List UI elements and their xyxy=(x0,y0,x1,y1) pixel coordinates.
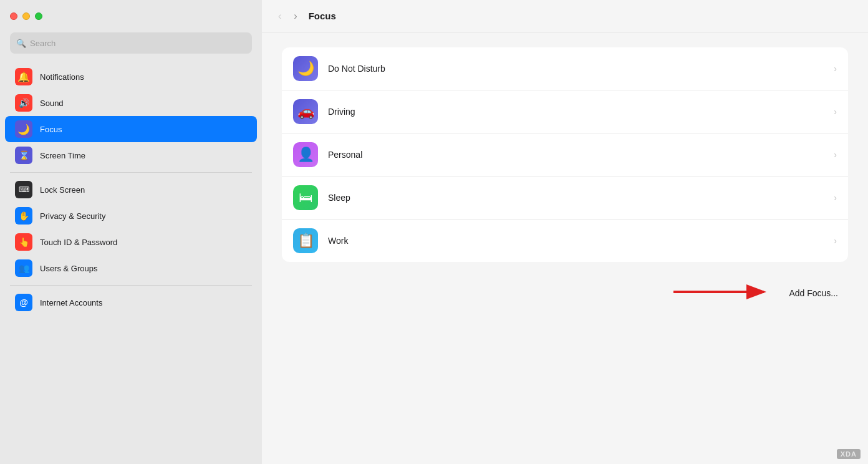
sidebar-item-label: Users & Groups xyxy=(40,264,97,273)
search-bar[interactable]: 🔍 Search xyxy=(10,32,252,54)
internet-icon: @ xyxy=(15,294,32,311)
close-button[interactable] xyxy=(10,12,17,20)
focus-list: 🌙 Do Not Disturb › 🚗 Driving › 👤 Persona… xyxy=(282,47,848,262)
driving-icon: 🚗 xyxy=(293,99,318,124)
focus-item-dnd[interactable]: 🌙 Do Not Disturb › xyxy=(282,47,848,90)
screentime-icon: ⌛ xyxy=(15,147,32,164)
sleep-label: Sleep xyxy=(328,193,824,203)
personal-chevron: › xyxy=(834,150,837,160)
work-icon: 📋 xyxy=(293,228,318,253)
focus-item-driving[interactable]: 🚗 Driving › xyxy=(282,90,848,133)
sleep-chevron: › xyxy=(834,193,837,203)
dnd-icon: 🌙 xyxy=(293,56,318,81)
watermark: XDA xyxy=(837,449,861,459)
search-icon: 🔍 xyxy=(16,39,26,48)
sidebar: 🔍 Search 🔔 Notifications 🔊 Sound 🌙 Focus… xyxy=(0,0,262,464)
search-placeholder: Search xyxy=(30,39,55,48)
sidebar-list: 🔔 Notifications 🔊 Sound 🌙 Focus ⌛ Screen… xyxy=(0,61,262,464)
main-panel: ‹ › Focus 🌙 Do Not Disturb › 🚗 Driving ›… xyxy=(262,0,868,464)
sidebar-item-privacy[interactable]: ✋ Privacy & Security xyxy=(5,203,257,229)
page-title: Focus xyxy=(309,11,336,21)
notifications-icon: 🔔 xyxy=(15,68,32,85)
sidebar-item-sound[interactable]: 🔊 Sound xyxy=(5,90,257,116)
personal-icon: 👤 xyxy=(293,142,318,167)
sidebar-item-touchid[interactable]: 👆 Touch ID & Password xyxy=(5,229,257,255)
sidebar-item-label: Notifications xyxy=(40,72,84,82)
add-focus-row: Add Focus... xyxy=(282,272,848,304)
driving-label: Driving xyxy=(328,107,824,117)
separator-2 xyxy=(10,285,252,286)
sidebar-item-label: Sound xyxy=(40,99,64,108)
dnd-chevron: › xyxy=(834,64,837,74)
lockscreen-icon: ⌨ xyxy=(15,181,32,198)
sidebar-item-notifications[interactable]: 🔔 Notifications xyxy=(5,64,257,90)
focus-item-work[interactable]: 📋 Work › xyxy=(282,220,848,262)
back-button[interactable]: ‹ xyxy=(274,9,285,23)
sidebar-item-focus[interactable]: 🌙 Focus xyxy=(5,116,257,142)
privacy-icon: ✋ xyxy=(15,207,32,225)
sidebar-item-label: Lock Screen xyxy=(40,185,85,195)
dnd-label: Do Not Disturb xyxy=(328,64,824,74)
arrow-annotation xyxy=(661,277,773,307)
driving-chevron: › xyxy=(834,107,837,117)
work-label: Work xyxy=(328,236,824,246)
sidebar-item-label: Internet Accounts xyxy=(40,298,102,307)
main-header: ‹ › Focus xyxy=(262,0,868,32)
forward-button[interactable]: › xyxy=(290,9,301,23)
sidebar-item-users[interactable]: 👥 Users & Groups xyxy=(5,255,257,281)
sidebar-item-internet[interactable]: @ Internet Accounts xyxy=(5,289,257,316)
titlebar xyxy=(0,0,262,32)
sidebar-item-label: Screen Time xyxy=(40,151,85,160)
focus-icon: 🌙 xyxy=(15,120,32,138)
minimize-button[interactable] xyxy=(22,12,30,20)
touchid-icon: 👆 xyxy=(15,233,32,251)
separator xyxy=(10,172,252,173)
maximize-button[interactable] xyxy=(35,12,42,20)
sidebar-item-screentime[interactable]: ⌛ Screen Time xyxy=(5,142,257,168)
main-content-area: ‹ › Focus 🌙 Do Not Disturb › 🚗 Driving ›… xyxy=(262,0,868,464)
sidebar-item-label: Focus xyxy=(40,125,62,134)
work-chevron: › xyxy=(834,236,837,246)
sidebar-item-lockscreen[interactable]: ⌨ Lock Screen xyxy=(5,176,257,203)
focus-content: 🌙 Do Not Disturb › 🚗 Driving › 👤 Persona… xyxy=(262,32,868,464)
focus-item-personal[interactable]: 👤 Personal › xyxy=(282,133,848,176)
sleep-icon: 🛏 xyxy=(293,185,318,210)
sound-icon: 🔊 xyxy=(15,94,32,112)
sidebar-item-label: Touch ID & Password xyxy=(40,238,117,247)
sidebar-item-label: Privacy & Security xyxy=(40,211,105,221)
focus-item-sleep[interactable]: 🛏 Sleep › xyxy=(282,176,848,220)
personal-label: Personal xyxy=(328,150,824,160)
users-icon: 👥 xyxy=(15,259,32,277)
add-focus-button[interactable]: Add Focus... xyxy=(781,284,846,302)
